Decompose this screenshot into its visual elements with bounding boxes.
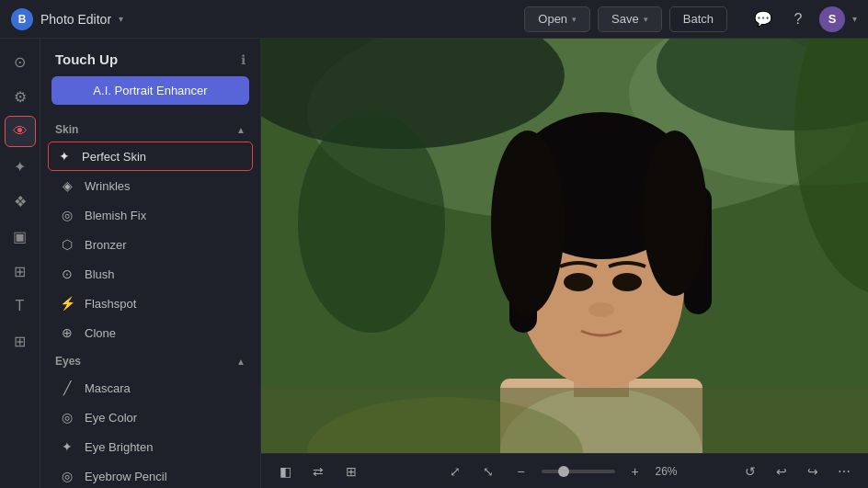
clone-icon: ⊕: [59, 324, 75, 341]
eye-color-label: Eye Color: [85, 411, 137, 425]
rail-text-icon[interactable]: T: [5, 290, 36, 322]
rail-adjust-icon[interactable]: ⚙: [5, 81, 36, 112]
user-chevron: ▾: [852, 14, 857, 24]
perfect-skin-label: Perfect Skin: [82, 150, 146, 164]
menu-item-flashspot[interactable]: ⚡ Flashspot: [40, 289, 260, 318]
eye-brighten-icon: ✦: [59, 438, 75, 455]
app-name: Photo Editor: [40, 12, 111, 27]
menu-item-blemish-fix[interactable]: ◎ Blemish Fix: [40, 200, 260, 230]
main-area: ⊙ ⚙ 👁 ✦ ❖ ▣ ⊞ T ⊞ Touch Up ℹ A.I. Portra…: [0, 39, 868, 488]
user-avatar[interactable]: S: [819, 6, 845, 32]
zoom-slider-thumb: [558, 466, 569, 477]
menu-item-bronzer[interactable]: ⬡ Bronzer: [40, 230, 260, 259]
rail-home-icon[interactable]: ⊙: [5, 46, 36, 77]
redo-icon[interactable]: ↪: [800, 459, 826, 484]
grid-icon[interactable]: ⊞: [338, 459, 364, 484]
comment-icon[interactable]: 💬: [749, 6, 777, 33]
eye-brighten-label: Eye Brighten: [85, 440, 153, 454]
menu-item-eyebrow-pencil[interactable]: ◎ Eyebrow Pencil: [40, 461, 260, 488]
help-icon[interactable]: ?: [784, 6, 812, 33]
blemish-fix-icon: ◎: [59, 207, 75, 223]
ai-portrait-button[interactable]: A.I. Portrait Enhancer: [51, 76, 249, 105]
bottom-bar-left: ◧ ⇄ ⊞: [272, 459, 364, 484]
eyes-section-chevron: ▲: [236, 357, 246, 367]
zoom-level: 26%: [656, 465, 688, 478]
skin-section-title: Skin: [55, 123, 78, 136]
svg-point-19: [298, 112, 445, 333]
blush-label: Blush: [85, 267, 115, 281]
eyes-section-header[interactable]: Eyes ▲: [40, 347, 260, 373]
wrinkles-label: Wrinkles: [85, 179, 131, 193]
eye-color-icon: ◎: [59, 409, 75, 426]
clone-label: Clone: [85, 326, 116, 340]
bottom-bar-right: ↺ ↩ ↪ ⋯: [737, 459, 857, 484]
bottom-bar: ◧ ⇄ ⊞ ⤢ ⤡ − + 26% ↺ ↩ ↪ ⋯: [261, 453, 868, 488]
icon-rail: ⊙ ⚙ 👁 ✦ ❖ ▣ ⊞ T ⊞: [0, 39, 40, 488]
app-name-chevron: ▾: [119, 14, 123, 24]
menu-item-wrinkles[interactable]: ◈ Wrinkles: [40, 171, 260, 200]
side-panel: Touch Up ℹ A.I. Portrait Enhancer Skin ▲…: [40, 39, 261, 488]
layers-icon[interactable]: ◧: [272, 459, 298, 484]
portrait-svg: [261, 39, 868, 453]
wrinkles-icon: ◈: [59, 177, 75, 194]
batch-button[interactable]: Batch: [669, 6, 727, 32]
open-button[interactable]: Open ▾: [524, 6, 590, 32]
panel-title: Touch Up: [55, 51, 118, 67]
app-logo: B: [11, 8, 33, 30]
rail-layers-icon[interactable]: ▣: [5, 221, 36, 252]
skin-section-header[interactable]: Skin ▲: [40, 116, 260, 142]
perfect-skin-icon: ✦: [56, 148, 73, 165]
rail-retouch-icon[interactable]: 👁: [5, 116, 36, 147]
skin-section-chevron: ▲: [236, 125, 246, 135]
eyes-section-title: Eyes: [55, 355, 81, 368]
blemish-fix-label: Blemish Fix: [85, 209, 146, 222]
save-button[interactable]: Save ▾: [598, 6, 662, 32]
panel-scroll: Skin ▲ ✦ Perfect Skin ◈ Wrinkles ◎ Blemi…: [40, 116, 260, 488]
topbar: B Photo Editor ▾ Open ▾ Save ▾ Batch 💬 ?…: [0, 0, 868, 39]
eyebrow-pencil-label: Eyebrow Pencil: [85, 470, 167, 483]
svg-point-16: [612, 273, 642, 291]
reset-icon[interactable]: ↺: [737, 459, 763, 484]
bottom-bar-center: ⤢ ⤡ − + 26%: [442, 459, 688, 484]
zoom-slider[interactable]: [542, 470, 615, 473]
undo-icon[interactable]: ↩: [769, 459, 794, 484]
eyebrow-pencil-icon: ◎: [59, 468, 75, 484]
svg-point-15: [564, 273, 593, 291]
menu-item-mascara[interactable]: ╱ Mascara: [40, 373, 260, 403]
more-icon[interactable]: ⋯: [831, 459, 857, 484]
compare-icon[interactable]: ⇄: [305, 459, 331, 484]
svg-point-14: [643, 131, 707, 296]
flashspot-label: Flashspot: [85, 297, 136, 311]
panel-header: Touch Up ℹ: [40, 39, 260, 76]
rail-collage-icon[interactable]: ⊞: [5, 255, 36, 287]
zoom-out-icon[interactable]: −: [508, 459, 534, 484]
canvas-area: ◧ ⇄ ⊞ ⤢ ⤡ − + 26% ↺ ↩ ↪ ⋯: [261, 39, 868, 488]
flashspot-icon: ⚡: [59, 295, 75, 312]
rail-effects-icon[interactable]: ✦: [5, 151, 36, 182]
mascara-icon: ╱: [59, 380, 75, 396]
menu-item-perfect-skin[interactable]: ✦ Perfect Skin: [48, 142, 253, 171]
menu-item-eye-brighten[interactable]: ✦ Eye Brighten: [40, 432, 260, 461]
svg-point-13: [491, 131, 565, 314]
canvas-image[interactable]: [261, 39, 868, 453]
bronzer-label: Bronzer: [85, 238, 127, 252]
mascara-label: Mascara: [85, 381, 131, 395]
svg-point-17: [588, 302, 614, 317]
fit-width-icon[interactable]: ⤢: [442, 459, 468, 484]
rail-ai-icon[interactable]: ⊞: [5, 325, 36, 357]
bronzer-icon: ⬡: [59, 236, 75, 253]
blush-icon: ⊙: [59, 266, 75, 282]
menu-item-blush[interactable]: ⊙ Blush: [40, 259, 260, 289]
fit-screen-icon[interactable]: ⤡: [475, 459, 501, 484]
info-icon[interactable]: ℹ: [241, 52, 246, 67]
menu-item-eye-color[interactable]: ◎ Eye Color: [40, 403, 260, 432]
menu-item-clone[interactable]: ⊕ Clone: [40, 318, 260, 347]
zoom-in-icon[interactable]: +: [622, 459, 648, 484]
rail-frames-icon[interactable]: ❖: [5, 186, 36, 217]
